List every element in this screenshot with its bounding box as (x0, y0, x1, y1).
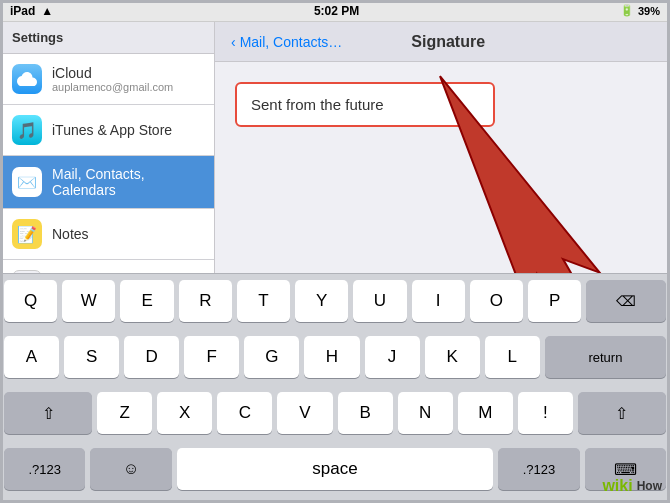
key-w[interactable]: W (62, 280, 115, 322)
status-time: 5:02 PM (314, 4, 359, 18)
sidebar-item-itunes[interactable]: 🎵 iTunes & App Store (0, 105, 214, 156)
sidebar: Settings iCloud auplamenco@gmail.com 🎵 i… (0, 22, 215, 273)
signature-area: Sent from the future (215, 62, 670, 273)
mail-label: Mail, Contacts, Calendars (52, 166, 202, 198)
key-b[interactable]: B (338, 392, 393, 434)
content-title: Signature (411, 33, 485, 51)
wikihow-logo-green: wiki (602, 477, 632, 495)
keyboard-row-2: A S D F G H J K L return (4, 336, 666, 387)
key-z[interactable]: Z (97, 392, 152, 434)
space-key[interactable]: space (177, 448, 493, 490)
wikihow-badge: wikiHow (602, 477, 662, 495)
key-e[interactable]: E (120, 280, 173, 322)
status-right: 🔋 39% (620, 4, 660, 17)
key-exclaim[interactable]: ! (518, 392, 573, 434)
keyboard: Q W E R T Y U I O P ⌫ A S D F G H J K L … (0, 273, 670, 503)
key-i[interactable]: I (412, 280, 465, 322)
key-f[interactable]: F (184, 336, 239, 378)
status-left: iPad ▲ (10, 4, 53, 18)
shift-key[interactable]: ⇧ (4, 392, 92, 434)
back-chevron-icon: ‹ (231, 34, 236, 50)
key-m[interactable]: M (458, 392, 513, 434)
content-area: ‹ Mail, Contacts… Signature Sent from th… (215, 22, 670, 273)
back-label: Mail, Contacts… (240, 34, 343, 50)
key-t[interactable]: T (237, 280, 290, 322)
key-p[interactable]: P (528, 280, 581, 322)
num-key-left[interactable]: .?123 (4, 448, 85, 490)
key-x[interactable]: X (157, 392, 212, 434)
icloud-label: iCloud (52, 65, 173, 81)
keyboard-row-4: .?123 ☺ space .?123 ⌨ (4, 448, 666, 499)
key-n[interactable]: N (398, 392, 453, 434)
signature-box[interactable]: Sent from the future (235, 82, 495, 127)
num-key-right[interactable]: .?123 (498, 448, 579, 490)
backspace-key[interactable]: ⌫ (586, 280, 666, 322)
key-u[interactable]: U (353, 280, 406, 322)
notes-label: Notes (52, 226, 89, 242)
key-d[interactable]: D (124, 336, 179, 378)
sidebar-item-icloud[interactable]: iCloud auplamenco@gmail.com (0, 54, 214, 105)
key-j[interactable]: J (365, 336, 420, 378)
mail-icon: ✉️ (12, 167, 42, 197)
back-button[interactable]: ‹ Mail, Contacts… (231, 34, 342, 50)
battery-level: 39% (638, 5, 660, 17)
sidebar-item-notes[interactable]: 📝 Notes (0, 209, 214, 260)
key-s[interactable]: S (64, 336, 119, 378)
device-label: iPad (10, 4, 35, 18)
content-header: ‹ Mail, Contacts… Signature (215, 22, 670, 62)
return-key[interactable]: return (545, 336, 666, 378)
main-container: Settings iCloud auplamenco@gmail.com 🎵 i… (0, 22, 670, 273)
sidebar-header: Settings (0, 22, 214, 54)
wifi-icon: ▲ (41, 4, 53, 18)
shift-right-key[interactable]: ⇧ (578, 392, 666, 434)
battery-icon: 🔋 (620, 4, 634, 17)
key-r[interactable]: R (179, 280, 232, 322)
status-bar: iPad ▲ 5:02 PM 🔋 39% (0, 0, 670, 22)
itunes-label: iTunes & App Store (52, 122, 172, 138)
key-v[interactable]: V (277, 392, 332, 434)
notes-icon: 📝 (12, 219, 42, 249)
keyboard-row-3: ⇧ Z X C V B N M ! ⇧ (4, 392, 666, 443)
key-k[interactable]: K (425, 336, 480, 378)
wikihow-logo-how: How (637, 479, 662, 493)
icloud-info: iCloud auplamenco@gmail.com (52, 65, 173, 93)
key-q[interactable]: Q (4, 280, 57, 322)
key-c[interactable]: C (217, 392, 272, 434)
key-a[interactable]: A (4, 336, 59, 378)
key-y[interactable]: Y (295, 280, 348, 322)
key-g[interactable]: G (244, 336, 299, 378)
keyboard-row-1: Q W E R T Y U I O P ⌫ (4, 280, 666, 331)
key-l[interactable]: L (485, 336, 540, 378)
icloud-icon (12, 64, 42, 94)
icloud-sublabel: auplamenco@gmail.com (52, 81, 173, 93)
sidebar-item-reminders[interactable]: ☰ Reminders (0, 260, 214, 273)
emoji-key[interactable]: ☺ (90, 448, 171, 490)
sidebar-item-mail[interactable]: ✉️ Mail, Contacts, Calendars (0, 156, 214, 209)
key-h[interactable]: H (304, 336, 359, 378)
key-o[interactable]: O (470, 280, 523, 322)
itunes-icon: 🎵 (12, 115, 42, 145)
